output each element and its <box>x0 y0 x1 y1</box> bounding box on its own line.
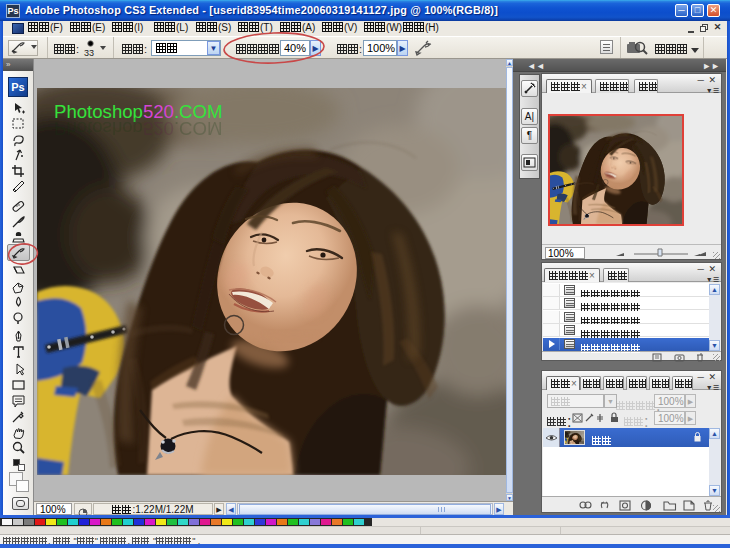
svg-text:Photoshop520.COM: Photoshop520.COM <box>54 118 223 139</box>
